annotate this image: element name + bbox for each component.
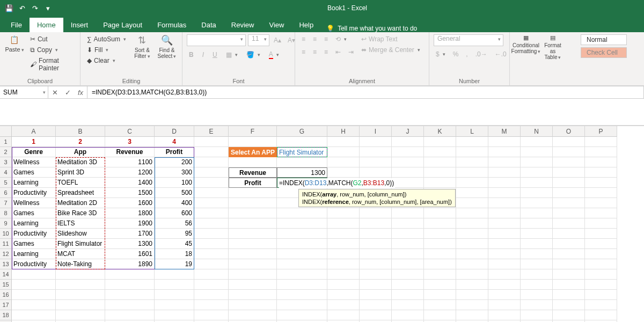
save-button[interactable]: 💾 (3, 2, 15, 14)
cell[interactable] (488, 178, 521, 188)
percent-format-button[interactable]: % (451, 49, 461, 59)
cell[interactable] (392, 290, 424, 300)
column-header-P[interactable]: P (585, 126, 617, 137)
cell[interactable] (424, 218, 456, 229)
cell[interactable] (155, 280, 194, 290)
cell[interactable] (553, 178, 585, 188)
cell[interactable]: Games (12, 239, 56, 249)
profit-formula-cell[interactable]: =INDEX(D3:D13,MATCH(G2,B3:B13,0)) (277, 178, 327, 188)
conditional-formatting-button[interactable]: ▦ Conditional Formatting (514, 34, 538, 54)
cell[interactable] (521, 198, 553, 208)
cell[interactable] (585, 218, 617, 229)
cell[interactable] (360, 249, 392, 259)
cell[interactable] (229, 249, 277, 259)
cell[interactable] (456, 280, 488, 290)
cell[interactable]: 1500 (105, 188, 155, 198)
undo-button[interactable]: ↶ (16, 2, 28, 14)
cell[interactable] (56, 300, 105, 310)
cell[interactable]: Spreadsheet (56, 188, 105, 198)
cell[interactable] (456, 269, 488, 280)
cell[interactable] (488, 229, 521, 239)
cell[interactable] (194, 208, 229, 218)
cell[interactable] (277, 157, 327, 167)
fill-color-button[interactable]: 🪣 (244, 49, 262, 60)
column-header-G[interactable]: G (277, 126, 327, 137)
cell[interactable] (229, 188, 277, 198)
profit-label-cell[interactable]: Profit (229, 178, 277, 188)
cell[interactable] (585, 229, 617, 239)
column-header-J[interactable]: J (392, 126, 424, 137)
cell[interactable] (392, 259, 424, 269)
column-header-M[interactable]: M (488, 126, 521, 137)
cell[interactable] (424, 239, 456, 249)
cell[interactable] (488, 269, 521, 280)
cell[interactable] (553, 249, 585, 259)
cell[interactable] (229, 239, 277, 249)
cell[interactable] (360, 229, 392, 239)
cell[interactable] (194, 188, 229, 198)
cell[interactable] (277, 259, 327, 269)
formula-input[interactable]: =INDEX(D3:D13,MATCH(G2,B3:B13,0)) (87, 86, 644, 99)
cell[interactable] (521, 229, 553, 239)
cell[interactable] (456, 157, 488, 167)
cell[interactable] (360, 218, 392, 229)
cell[interactable] (327, 269, 360, 280)
cell[interactable] (327, 290, 360, 300)
cell[interactable] (456, 239, 488, 249)
cell[interactable] (585, 239, 617, 249)
cell[interactable] (424, 167, 456, 178)
cell[interactable] (521, 269, 553, 280)
column-header-E[interactable]: E (194, 126, 229, 137)
cut-button[interactable]: ✂Cut (28, 34, 76, 44)
cell[interactable]: 100 (155, 178, 194, 188)
merge-center-button[interactable]: ⬌Merge & Center (359, 45, 422, 55)
row-header-2[interactable]: 2 (0, 147, 12, 157)
cell[interactable]: 1601 (105, 249, 155, 259)
cell[interactable] (392, 239, 424, 249)
cell[interactable] (392, 249, 424, 259)
cell[interactable] (360, 137, 392, 147)
cell[interactable] (521, 310, 553, 320)
cell[interactable] (360, 259, 392, 269)
row-header-3[interactable]: 3 (0, 157, 12, 167)
paste-button[interactable]: 📋 Paste (4, 34, 25, 53)
cell[interactable]: 300 (155, 167, 194, 178)
cell[interactable]: Flight Simulator (56, 239, 105, 249)
cell[interactable]: App (56, 147, 105, 157)
cell[interactable]: 400 (155, 198, 194, 208)
cell[interactable] (553, 218, 585, 229)
cell[interactable] (56, 290, 105, 300)
cell[interactable]: Learning (12, 178, 56, 188)
cell[interactable] (521, 218, 553, 229)
cancel-formula-button[interactable]: ✕ (48, 89, 61, 97)
cell[interactable] (155, 310, 194, 320)
cell[interactable] (392, 300, 424, 310)
cell[interactable]: 2 (56, 137, 105, 147)
tab-file[interactable]: File (3, 18, 30, 32)
revenue-value-cell[interactable]: 1300 (277, 167, 327, 178)
align-right-button[interactable]: ≡ (322, 47, 330, 57)
row-header-4[interactable]: 4 (0, 167, 12, 178)
name-box[interactable]: SUM (0, 86, 48, 99)
cell[interactable]: Sprint 3D (56, 167, 105, 178)
cell[interactable]: Learning (12, 218, 56, 229)
cell-area[interactable]: 1234GenreAppRevenueProfitSelect An APPFl… (12, 137, 617, 322)
cell[interactable] (229, 280, 277, 290)
cell[interactable] (392, 269, 424, 280)
row-header-11[interactable]: 11 (0, 239, 12, 249)
cell[interactable] (585, 280, 617, 290)
tab-data[interactable]: Data (194, 18, 223, 32)
cell[interactable] (521, 167, 553, 178)
cell[interactable] (424, 300, 456, 310)
cell[interactable]: 18 (155, 249, 194, 259)
cell[interactable] (585, 259, 617, 269)
increase-font-button[interactable]: A▴ (272, 34, 283, 46)
cell[interactable] (585, 157, 617, 167)
cell[interactable] (456, 167, 488, 178)
cell[interactable]: IELTS (56, 218, 105, 229)
select-app-label[interactable]: Select An APP (229, 147, 277, 157)
decrease-indent-button[interactable]: ⇤ (333, 47, 343, 57)
italic-button[interactable]: I (200, 49, 206, 60)
cell[interactable] (585, 137, 617, 147)
cell[interactable] (277, 218, 327, 229)
